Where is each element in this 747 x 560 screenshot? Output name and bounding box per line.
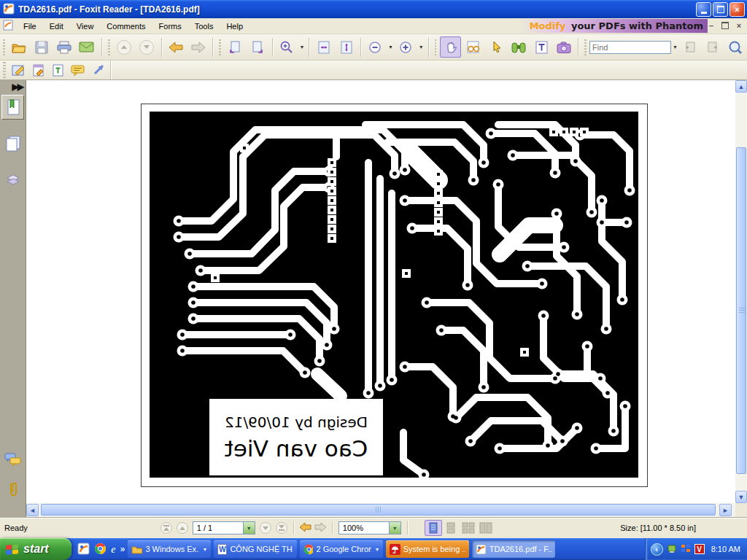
close-button[interactable]: × <box>729 2 745 17</box>
hand-tool-button[interactable] <box>440 36 461 58</box>
toolbar-grip[interactable] <box>3 39 5 55</box>
mdi-restore-button[interactable] <box>721 20 729 31</box>
menu-file[interactable]: File <box>17 20 43 33</box>
scroll-right-button[interactable]: ► <box>719 504 732 516</box>
pdf-page[interactable]: Design by 10/09/12 Cao van Viet <box>141 104 648 487</box>
previous-page-button[interactable] <box>177 522 188 534</box>
mdi-minimize-button[interactable]: – <box>707 20 716 31</box>
tray-icon-antivirus[interactable]: V <box>694 544 705 554</box>
taskbar-button-windows-explorer[interactable]: 3 Windows Ex... ▼ <box>128 540 211 558</box>
previous-view-button[interactable] <box>225 36 246 58</box>
taskbar-button-word-document[interactable]: W CÔNG NGHỆ TH... <box>214 540 297 558</box>
snapshot-button[interactable] <box>553 36 574 58</box>
facing-layout-button[interactable] <box>460 520 477 536</box>
title-bar[interactable]: TDA2616.pdf - Foxit Reader - [TDA2616.pd… <box>0 0 747 18</box>
comments-panel-button[interactable] <box>1 448 24 473</box>
page-up-button[interactable] <box>114 36 135 58</box>
search-binoculars-button[interactable] <box>508 36 529 58</box>
document-icon[interactable] <box>3 20 14 32</box>
toolbar-grip[interactable] <box>219 39 221 55</box>
page-combo-caret[interactable]: ▼ <box>243 522 255 534</box>
taskbar-button-google-chrome[interactable]: 2 Google Chrome ▼ <box>300 540 383 558</box>
taskbar-button-foxit-reader[interactable]: TDA2616.pdf - F... <box>472 540 555 558</box>
continuous-layout-button[interactable] <box>442 520 460 536</box>
fit-page-button[interactable] <box>336 36 357 58</box>
zoom-combo-caret[interactable]: ▼ <box>389 522 400 534</box>
menu-edit[interactable]: Edit <box>43 20 70 33</box>
zoom-tool-caret[interactable]: ▼ <box>300 44 305 50</box>
select-tool-button[interactable] <box>485 36 506 58</box>
full-search-button[interactable] <box>725 36 746 58</box>
find-options-caret[interactable]: ▼ <box>673 44 678 50</box>
minimize-button[interactable] <box>696 2 711 17</box>
next-view-button[interactable] <box>247 36 268 58</box>
save-button[interactable] <box>31 36 53 58</box>
start-button[interactable]: start <box>0 538 71 560</box>
zoom-out-button[interactable] <box>365 36 386 58</box>
fit-width-button[interactable] <box>313 36 334 58</box>
pencil-edit-button[interactable] <box>29 61 47 79</box>
bookmarks-panel-button[interactable] <box>1 95 24 120</box>
print-button[interactable] <box>54 36 75 58</box>
page-down-button[interactable] <box>136 36 158 58</box>
layers-panel-button[interactable] <box>1 168 24 192</box>
horizontal-scroll-thumb[interactable] <box>41 504 716 516</box>
menu-help[interactable]: Help <box>220 20 249 33</box>
typewriter-button[interactable] <box>49 61 67 79</box>
phantom-ad-banner[interactable]: Modify your PDFs with Phantom <box>519 19 708 33</box>
scroll-left-button[interactable]: ◄ <box>26 504 39 516</box>
single-page-layout-button[interactable] <box>425 520 442 536</box>
scroll-up-button[interactable]: ▲ <box>735 80 747 93</box>
toolbar-grip[interactable] <box>3 62 6 78</box>
arrow-markup-button[interactable] <box>88 61 107 79</box>
go-back-button[interactable] <box>165 36 186 58</box>
zoom-out-caret[interactable]: ▼ <box>388 44 393 50</box>
zoom-in-caret[interactable]: ▼ <box>419 44 424 50</box>
toolbar-grip[interactable] <box>584 39 587 55</box>
menu-tools[interactable]: Tools <box>188 20 220 33</box>
tray-icon-device[interactable] <box>667 543 677 555</box>
vertical-scroll-thumb[interactable] <box>736 147 746 474</box>
zoom-level-combo[interactable]: 100% ▼ <box>338 521 401 534</box>
text-select-button[interactable] <box>530 36 551 58</box>
note-tool-button[interactable] <box>9 61 28 79</box>
taskbar-button-avira-alert[interactable]: System is being ... <box>386 540 469 558</box>
comment-bubble-button[interactable] <box>69 61 87 79</box>
expand-panel-icon[interactable]: ▶▶ <box>12 82 23 92</box>
open-button[interactable] <box>9 36 30 58</box>
zoom-in-button[interactable] <box>395 36 417 58</box>
status-back-button[interactable] <box>299 522 311 534</box>
read-mode-button[interactable] <box>462 36 484 58</box>
taskbar-group-caret[interactable]: ▼ <box>202 547 207 552</box>
chrome-quicklaunch-icon[interactable] <box>94 542 107 556</box>
first-page-button[interactable] <box>160 522 172 534</box>
continuous-facing-layout-button[interactable] <box>477 520 495 536</box>
scroll-down-button[interactable]: ▼ <box>735 491 747 503</box>
menu-comments[interactable]: Comments <box>100 20 152 33</box>
vertical-scrollbar[interactable]: ▲ ▼ <box>735 80 747 503</box>
last-page-button[interactable] <box>276 522 287 534</box>
toolbar-grip[interactable] <box>108 39 110 55</box>
find-previous-button[interactable] <box>680 36 701 58</box>
page-number-combo[interactable]: 1 / 1 ▼ <box>193 521 255 534</box>
mdi-close-button[interactable]: × <box>735 20 743 31</box>
tray-collapse-chevron[interactable]: ‹ <box>651 543 663 556</box>
tray-icon-display[interactable] <box>681 543 691 555</box>
restore-button[interactable] <box>713 2 728 17</box>
find-next-button[interactable] <box>703 36 724 58</box>
menu-forms[interactable]: Forms <box>152 20 188 33</box>
find-input[interactable] <box>589 41 671 54</box>
foxit-quicklaunch-icon[interactable] <box>77 542 90 556</box>
zoom-tool-button[interactable] <box>276 36 298 58</box>
quicklaunch-overflow-chevron[interactable]: » <box>120 544 125 554</box>
attachments-panel-button[interactable] <box>1 478 24 502</box>
document-canvas[interactable]: Design by 10/09/12 Cao van Viet <box>26 80 735 503</box>
next-page-button[interactable] <box>260 522 271 534</box>
toolbar-grip[interactable] <box>435 39 437 55</box>
email-button[interactable] <box>77 36 98 58</box>
menu-view[interactable]: View <box>70 20 101 33</box>
status-forward-button[interactable] <box>314 522 327 534</box>
taskbar-group-caret[interactable]: ▼ <box>374 547 379 552</box>
pages-panel-button[interactable] <box>1 131 24 156</box>
ie-quicklaunch-icon[interactable]: e <box>111 543 116 556</box>
